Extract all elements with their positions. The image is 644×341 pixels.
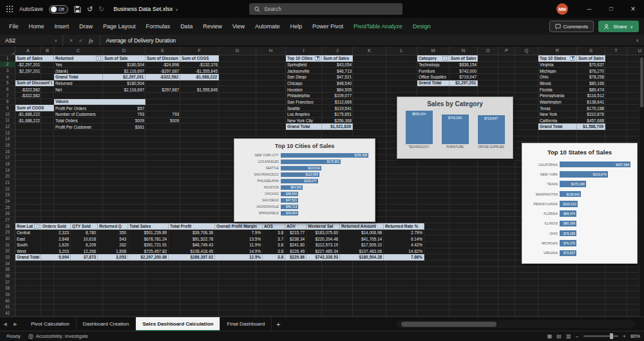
column-header-o[interactable]: O: [478, 46, 498, 55]
insert-function-icon[interactable]: fx: [89, 37, 93, 44]
cell[interactable]: $47,521: [322, 74, 353, 80]
cell[interactable]: Grand Total: [54, 74, 103, 80]
row-header-35[interactable]: 35: [0, 267, 15, 273]
cell[interactable]: Returned: [54, 80, 103, 87]
cell[interactable]: Top 10 States: [538, 55, 577, 62]
cell[interactable]: 3.8: [263, 230, 285, 236]
cell[interactable]: $241.80: [285, 242, 307, 248]
cell[interactable]: $41,705.14: [340, 235, 384, 242]
cell[interactable]: Philadelphia: [286, 93, 322, 99]
cell[interactable]: Overall Profit Margin: [215, 223, 263, 230]
ribbon-tab-pivottable-analyze[interactable]: PivotTable Analyze: [348, 18, 408, 35]
cell[interactable]: $43,054: [322, 62, 353, 68]
formula-input[interactable]: Average of Delivery Duration: [100, 37, 630, 44]
add-sheet-button[interactable]: +: [272, 320, 285, 328]
row-header-8[interactable]: 8: [0, 99, 15, 106]
cell[interactable]: $48,540: [322, 80, 353, 87]
cell[interactable]: Values: [54, 99, 146, 106]
cell[interactable]: $229.86: [285, 254, 307, 261]
cell[interactable]: $2,297,201: [103, 74, 146, 80]
cell[interactable]: Springfield: [286, 62, 322, 68]
chart-sales-by-category[interactable]: Sales by Category $836,154$742,000$719,0…: [397, 97, 513, 159]
dropdown-icon[interactable]: ▼: [442, 56, 448, 60]
name-box-caret-icon[interactable]: ∨: [55, 38, 57, 42]
cell[interactable]: $719,047: [450, 74, 478, 80]
cell[interactable]: $725,457.82: [128, 248, 169, 255]
avatar[interactable]: MM: [556, 3, 568, 15]
cell[interactable]: $1,555,845: [180, 86, 219, 93]
cell[interactable]: $46,713: [322, 68, 353, 74]
cell[interactable]: San Diego: [286, 74, 322, 80]
cell[interactable]: -$1,688,222: [180, 74, 219, 80]
ribbon-tab-page-layout[interactable]: Page Layout: [98, 18, 141, 35]
cell[interactable]: $17,509.10: [340, 242, 384, 248]
cell[interactable]: 3.7: [263, 235, 285, 242]
ribbon-tab-insert[interactable]: Insert: [50, 18, 75, 35]
horizontal-scrollbar[interactable]: [396, 320, 634, 328]
ribbon-tab-draw[interactable]: Draw: [74, 18, 98, 35]
cell[interactable]: Returned Q: [98, 223, 128, 230]
cell[interactable]: $112,669: [322, 99, 353, 106]
cell[interactable]: 350: [98, 230, 128, 236]
row-header-5[interactable]: 5: [0, 80, 15, 87]
cell[interactable]: $220,204.48: [307, 235, 340, 242]
comments-button[interactable]: Comments: [549, 21, 594, 32]
cell[interactable]: Furniture: [417, 68, 450, 74]
row-header-17[interactable]: 17: [0, 155, 15, 161]
cell[interactable]: $112,573.19: [307, 242, 340, 248]
cell[interactable]: $215.77: [285, 230, 307, 236]
zoom-out-button[interactable]: −: [575, 333, 578, 340]
cell[interactable]: 37,873: [71, 254, 98, 261]
cell[interactable]: Number of Customers: [54, 111, 103, 118]
sheet-tab-sales-dashboard-calculation[interactable]: Sales Dashboard Calculation: [136, 317, 220, 331]
row-header-30[interactable]: 30: [0, 235, 15, 242]
cell[interactable]: 6.14%: [384, 235, 424, 242]
cell[interactable]: $180,504.28: [340, 254, 384, 261]
cell[interactable]: Total Orders: [54, 118, 103, 124]
cell[interactable]: 6,209: [71, 242, 98, 248]
cell[interactable]: $742,000: [450, 68, 478, 74]
autosave-toggle[interactable]: Off: [49, 5, 68, 14]
cell[interactable]: $78,258: [577, 74, 605, 80]
row-header-22[interactable]: 22: [0, 186, 15, 192]
name-box[interactable]: AS2 ∨: [0, 35, 63, 46]
row-header-9[interactable]: 9: [0, 105, 15, 111]
row-header-34[interactable]: 34: [0, 261, 15, 267]
dropdown-icon[interactable]: ▼: [34, 224, 39, 228]
cell[interactable]: New York: [538, 111, 577, 118]
cell[interactable]: -$1,688,222: [15, 118, 41, 124]
cell[interactable]: $1,588,709: [577, 124, 605, 130]
cell[interactable]: $109,077: [322, 93, 353, 99]
cell[interactable]: Ohio: [538, 74, 577, 80]
cell[interactable]: $391,721.91: [128, 242, 169, 248]
ribbon-tab-design[interactable]: Design: [408, 18, 436, 35]
row-header-13[interactable]: 13: [0, 130, 15, 136]
row-header-3[interactable]: 3: [0, 68, 15, 74]
zoom-slider[interactable]: [583, 335, 618, 337]
cell[interactable]: $107,483.06: [340, 248, 384, 255]
cell[interactable]: Virginia: [538, 62, 577, 68]
cell[interactable]: Returned Rate %: [384, 223, 424, 230]
chart-top-10-cities[interactable]: Top 10 Cities of Sales NEW YORK CITY$256…: [234, 138, 375, 222]
column-header-m[interactable]: M: [417, 46, 450, 55]
close-button[interactable]: ×: [622, 0, 644, 18]
cell[interactable]: Net: [54, 86, 103, 93]
row-header-16[interactable]: 16: [0, 149, 15, 155]
cell[interactable]: 12,266: [71, 248, 98, 255]
cell[interactable]: California: [538, 118, 577, 124]
column-header-f[interactable]: F: [180, 46, 219, 55]
row-header-10[interactable]: 10: [0, 111, 15, 118]
cell[interactable]: [146, 105, 180, 111]
cell[interactable]: New York City: [286, 118, 322, 124]
column-header-k[interactable]: K: [353, 46, 386, 55]
cell[interactable]: QTY Sold: [71, 223, 98, 230]
cell[interactable]: $116,512: [577, 93, 605, 99]
share-button[interactable]: Share ∨: [598, 21, 639, 32]
zoom-slider-knob[interactable]: [610, 333, 613, 339]
row-header-27[interactable]: 27: [0, 217, 15, 223]
cell[interactable]: 1,620: [41, 242, 71, 248]
cell[interactable]: $457,688: [577, 118, 605, 124]
cell[interactable]: Returned▼: [54, 55, 103, 62]
cancel-icon[interactable]: ×: [70, 37, 73, 44]
row-header-39[interactable]: 39: [0, 291, 15, 298]
